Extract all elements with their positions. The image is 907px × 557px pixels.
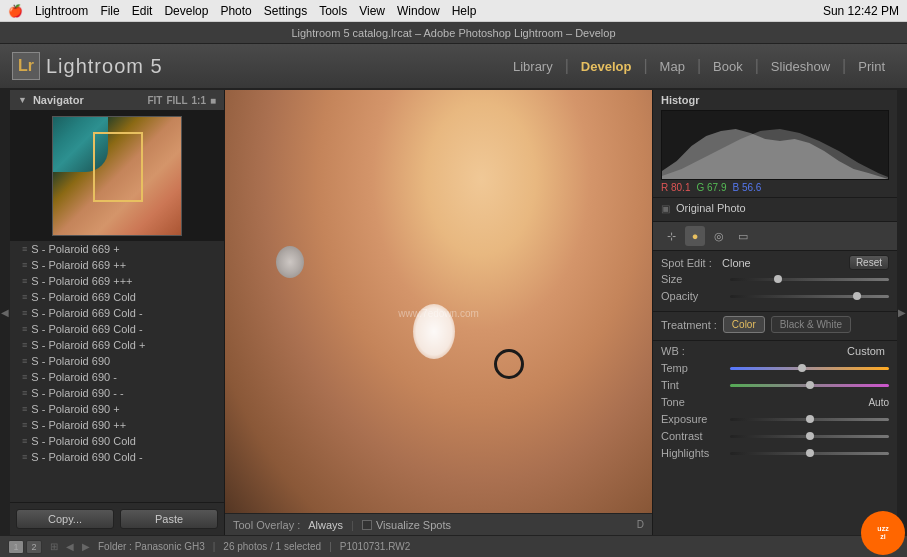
tint-thumb[interactable] [806,381,814,389]
preset-icon: ≡ [22,436,27,446]
sep1: | [213,541,216,552]
nav-print[interactable]: Print [848,55,895,78]
tool-overlay-value[interactable]: Always [308,519,343,531]
contrast-thumb[interactable] [806,432,814,440]
preset-label: S - Polaroid 669 Cold - [31,323,142,335]
preset-item[interactable]: ≡ S - Polaroid 669 Cold + [10,337,224,353]
preset-item[interactable]: ≡ S - Polaroid 669 +++ [10,273,224,289]
preset-icon: ≡ [22,244,27,254]
nav-sep-4: | [755,57,759,75]
visualize-spots-check[interactable]: Visualize Spots [362,519,451,531]
reset-button[interactable]: Reset [849,255,889,270]
preset-item[interactable]: ≡ S - Polaroid 690 - [10,369,224,385]
nav-slideshow[interactable]: Slideshow [761,55,840,78]
preset-label: S - Polaroid 690 [31,355,110,367]
grid-icon[interactable]: ⊞ [50,541,58,552]
preset-item[interactable]: ≡ S - Polaroid 669 Cold - [10,305,224,321]
apple-menu[interactable]: 🍎 [8,4,23,18]
preset-item[interactable]: ≡ S - Polaroid 690 [10,353,224,369]
highlights-slider[interactable] [730,452,889,455]
tint-slider[interactable] [730,384,889,387]
menu-lightroom[interactable]: Lightroom [35,4,88,18]
menu-edit[interactable]: Edit [132,4,153,18]
preset-icon: ≡ [22,356,27,366]
auto-btn[interactable]: Auto [868,397,889,408]
page-1-btn[interactable]: 1 [8,540,24,554]
nav-sep-5: | [842,57,846,75]
menu-help[interactable]: Help [452,4,477,18]
preset-icon: ≡ [22,372,27,382]
crop-tool[interactable]: ⊹ [661,226,681,246]
gradient-tool[interactable]: ▭ [733,226,753,246]
nav-book[interactable]: Book [703,55,753,78]
menu-tools[interactable]: Tools [319,4,347,18]
exposure-slider[interactable] [730,418,889,421]
menu-window[interactable]: Window [397,4,440,18]
sep2: | [329,541,332,552]
app-nav: Library | Develop | Map | Book | Slidesh… [503,55,895,78]
opacity-slider[interactable] [730,295,889,298]
nav-library[interactable]: Library [503,55,563,78]
nav-zoom-btn[interactable]: ■ [210,95,216,106]
opacity-thumb[interactable] [853,292,861,300]
preset-item[interactable]: ≡ S - Polaroid 669 Cold [10,289,224,305]
redeye-tool[interactable]: ◎ [709,226,729,246]
page-2-btn[interactable]: 2 [26,540,42,554]
nav-1to1-btn[interactable]: 1:1 [192,95,206,106]
tint-label: Tint [661,379,726,391]
system-time: Sun 12:42 PM [823,4,899,18]
size-label: Size [661,273,726,285]
wb-value: Custom [730,345,889,357]
menu-view[interactable]: View [359,4,385,18]
nav-fill-btn[interactable]: FILL [166,95,187,106]
tone-row: Tone Auto [661,396,889,408]
temp-slider[interactable] [730,367,889,370]
right-collapse-tab[interactable]: ▶ [897,90,907,535]
preset-item[interactable]: ≡ S - Polaroid 690 Cold [10,433,224,449]
file-label: P1010731.RW2 [340,541,410,552]
temp-row: Temp [661,362,889,374]
left-collapse-tab[interactable]: ◀ [0,90,10,535]
treatment-section: Treatment : Color Black & White [653,312,897,341]
prev-btn[interactable]: ◀ [66,541,74,552]
preset-item[interactable]: ≡ S - Polaroid 690 - - [10,385,224,401]
color-btn[interactable]: Color [723,316,765,333]
size-thumb[interactable] [774,275,782,283]
nav-fit-btn[interactable]: FIT [147,95,162,106]
visualize-checkbox[interactable] [362,520,372,530]
preset-item[interactable]: ≡ S - Polaroid 690 ++ [10,417,224,433]
paste-button[interactable]: Paste [120,509,218,529]
highlights-thumb[interactable] [806,449,814,457]
menu-settings[interactable]: Settings [264,4,307,18]
menu-file[interactable]: File [100,4,119,18]
g-value: G 67.9 [696,182,726,193]
folder-label: Folder : Panasonic GH3 [98,541,205,552]
right-panel: Histogr R 80.1 G 67.9 B 56.6 ▣ Original … [652,90,897,535]
next-btn[interactable]: ▶ [82,541,90,552]
preset-item[interactable]: ≡ S - Polaroid 669 ++ [10,257,224,273]
menu-photo[interactable]: Photo [220,4,251,18]
size-slider[interactable] [730,278,889,281]
contrast-slider[interactable] [730,435,889,438]
spot-removal-tool[interactable]: ● [685,226,705,246]
nav-develop[interactable]: Develop [571,55,642,78]
exposure-thumb[interactable] [806,415,814,423]
preset-label: S - Polaroid 690 + [31,403,119,415]
preset-label: S - Polaroid 690 - [31,371,117,383]
copy-button[interactable]: Copy... [16,509,114,529]
main-layout: ◀ ▼ Navigator FIT FILL 1:1 ■ ≡ S - Polar… [0,90,907,535]
navigator-thumbnail[interactable] [10,111,224,241]
preset-item[interactable]: ≡ S - Polaroid 669 Cold - [10,321,224,337]
preset-label: S - Polaroid 669 Cold - [31,307,142,319]
menu-develop[interactable]: Develop [164,4,208,18]
nav-map[interactable]: Map [650,55,695,78]
bw-btn[interactable]: Black & White [771,316,851,333]
nav-sep-3: | [697,57,701,75]
preset-item[interactable]: ≡ S - Polaroid 690 Cold - [10,449,224,465]
page-nav: 1 2 [8,540,42,554]
main-photo[interactable]: www.7edown.com [225,90,652,535]
presets-list: ≡ S - Polaroid 669 + ≡ S - Polaroid 669 … [10,241,224,502]
preset-item[interactable]: ≡ S - Polaroid 690 + [10,401,224,417]
preset-item[interactable]: ≡ S - Polaroid 669 + [10,241,224,257]
temp-thumb[interactable] [798,364,806,372]
